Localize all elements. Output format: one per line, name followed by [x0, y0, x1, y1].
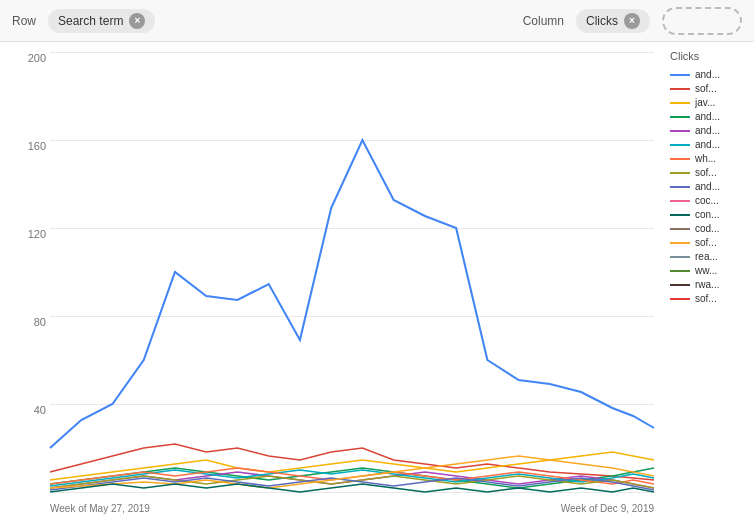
legend-label-14: ww... — [695, 265, 717, 276]
legend-item-15: rwa... — [670, 279, 748, 290]
chart-svg — [50, 52, 654, 492]
column-label: Column — [523, 14, 564, 28]
line-android-main — [50, 140, 654, 448]
legend-color-8 — [670, 186, 690, 188]
x-axis-labels: Week of May 27, 2019 Week of Dec 9, 2019 — [50, 503, 654, 514]
legend-item-1: sof... — [670, 83, 748, 94]
legend-item-5: and... — [670, 139, 748, 150]
legend-label-16: sof... — [695, 293, 717, 304]
header-bar: Row Search term × Column Clicks × — [0, 0, 754, 42]
legend-color-16 — [670, 298, 690, 300]
row-pill-close[interactable]: × — [129, 13, 145, 29]
legend-color-7 — [670, 172, 690, 174]
legend-item-8: and... — [670, 181, 748, 192]
legend-item-6: wh... — [670, 153, 748, 164]
legend-color-2 — [670, 102, 690, 104]
legend-color-10 — [670, 214, 690, 216]
legend-label-0: and... — [695, 69, 720, 80]
legend-item-13: rea... — [670, 251, 748, 262]
legend-label-4: and... — [695, 125, 720, 136]
legend-color-14 — [670, 270, 690, 272]
legend-color-4 — [670, 130, 690, 132]
y-label-40: 40 — [34, 404, 46, 416]
legend-color-3 — [670, 116, 690, 118]
gridline-0 — [50, 492, 654, 493]
legend-label-13: rea... — [695, 251, 718, 262]
legend-item-0: and... — [670, 69, 748, 80]
legend-item-14: ww... — [670, 265, 748, 276]
legend-label-15: rwa... — [695, 279, 719, 290]
y-label-160: 160 — [28, 140, 46, 152]
x-label-start: Week of May 27, 2019 — [50, 503, 150, 514]
chart-wrapper: Week of May 27, 2019 Week of Dec 9, 2019 — [50, 52, 654, 492]
legend-color-1 — [670, 88, 690, 90]
legend-item-4: and... — [670, 125, 748, 136]
legend-color-9 — [670, 200, 690, 202]
legend-item-10: con... — [670, 209, 748, 220]
legend-label-12: sof... — [695, 237, 717, 248]
legend-label-8: and... — [695, 181, 720, 192]
y-label-200: 200 — [28, 52, 46, 64]
legend-label-3: and... — [695, 111, 720, 122]
legend-label-9: coc... — [695, 195, 719, 206]
legend-item-9: coc... — [670, 195, 748, 206]
row-label: Row — [12, 14, 36, 28]
legend-label-1: sof... — [695, 83, 717, 94]
line-dark-teal — [50, 484, 654, 492]
x-label-end: Week of Dec 9, 2019 — [561, 503, 654, 514]
legend-label-11: cod... — [695, 223, 719, 234]
chart-area: 200 160 120 80 40 — [0, 42, 664, 522]
column-pill[interactable]: Clicks × — [576, 9, 650, 33]
column-pill-label: Clicks — [586, 14, 618, 28]
legend-color-5 — [670, 144, 690, 146]
legend-item-11: cod... — [670, 223, 748, 234]
legend-item-7: sof... — [670, 167, 748, 178]
main-content: 200 160 120 80 40 — [0, 42, 754, 522]
legend-color-6 — [670, 158, 690, 160]
legend-color-12 — [670, 242, 690, 244]
legend-color-13 — [670, 256, 690, 258]
row-pill-label: Search term — [58, 14, 123, 28]
legend-label-5: and... — [695, 139, 720, 150]
row-pill[interactable]: Search term × — [48, 9, 155, 33]
legend-color-15 — [670, 284, 690, 286]
legend-item-2: jav... — [670, 97, 748, 108]
y-label-120: 120 — [28, 228, 46, 240]
legend-color-11 — [670, 228, 690, 230]
legend: Clicks and... sof... jav... and... and..… — [664, 42, 754, 522]
legend-item-16: sof... — [670, 293, 748, 304]
legend-item-12: sof... — [670, 237, 748, 248]
legend-label-2: jav... — [695, 97, 715, 108]
legend-title: Clicks — [670, 50, 748, 62]
legend-label-10: con... — [695, 209, 719, 220]
legend-label-7: sof... — [695, 167, 717, 178]
column-pill-close[interactable]: × — [624, 13, 640, 29]
legend-item-3: and... — [670, 111, 748, 122]
legend-label-6: wh... — [695, 153, 716, 164]
y-label-80: 80 — [34, 316, 46, 328]
y-axis-labels: 200 160 120 80 40 — [4, 52, 46, 492]
empty-pill[interactable] — [662, 7, 742, 35]
legend-color-0 — [670, 74, 690, 76]
